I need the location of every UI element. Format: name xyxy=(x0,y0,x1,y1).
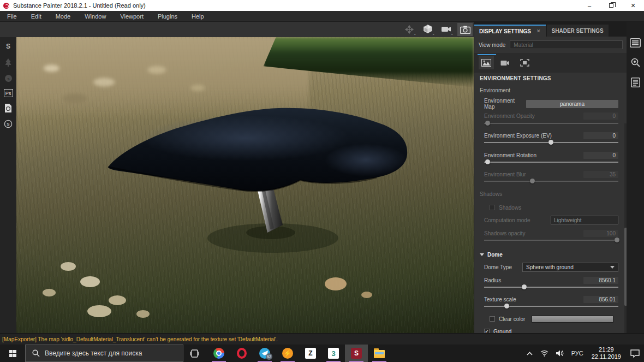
layers-list-icon[interactable] xyxy=(630,38,641,50)
3ds-max-icon[interactable]: 3 xyxy=(322,345,345,362)
opera-icon[interactable] xyxy=(230,345,253,362)
tab-shader-settings-label: SHADER SETTINGS xyxy=(552,28,604,34)
tab-shader-settings[interactable]: SHADER SETTINGS xyxy=(547,25,609,37)
log-bar: [MapExporter] The map 'sidlo_DefaultMate… xyxy=(0,333,644,345)
shadows-opacity-slider xyxy=(484,238,618,243)
tab-close-icon[interactable]: ✕ xyxy=(536,28,541,34)
photoshop-icon[interactable]: Ps xyxy=(4,89,13,97)
texture-scale-value[interactable]: 856.01 xyxy=(583,296,618,303)
substance-logo-icon[interactable]: S xyxy=(3,41,13,51)
search-placeholder: Введите здесь текст для поиска xyxy=(45,349,142,357)
environment-rotation-label: Environment Rotation xyxy=(484,152,536,158)
taskbar: Введите здесь текст для поиска 52 ⚡ Z 3 … xyxy=(0,345,644,362)
menu-window[interactable]: Window xyxy=(77,11,113,22)
dome-header-label: Dome xyxy=(487,252,503,258)
menu-edit[interactable]: Edit xyxy=(24,11,49,22)
resources-icon[interactable]: S xyxy=(3,119,13,129)
substance-painter-logo-icon xyxy=(3,3,9,9)
restore-button[interactable] xyxy=(600,0,622,11)
viewer-frame-icon[interactable] xyxy=(517,56,532,69)
computation-mode-field: Lightweight xyxy=(551,216,618,224)
environment-rotation-value[interactable]: 0 xyxy=(583,152,618,159)
tab-display-settings[interactable]: DISPLAY SETTINGS ✕ xyxy=(474,25,546,37)
shadows-opacity-value: 100 xyxy=(583,230,618,237)
sphere-plugin-icon[interactable]: s xyxy=(3,73,13,83)
menu-file[interactable]: File xyxy=(0,11,24,22)
taskbar-search-input[interactable]: Введите здесь текст для поиска xyxy=(25,345,183,362)
perspective-cube-icon[interactable]: ⌄ xyxy=(420,23,436,36)
restore-icon xyxy=(609,3,613,8)
texture-scale-slider[interactable] xyxy=(484,304,618,309)
radius-value[interactable]: 8560.1 xyxy=(583,277,618,284)
telegram-icon[interactable]: 52 xyxy=(253,345,276,362)
hidden-icons-chevron[interactable] xyxy=(523,345,536,362)
tab-display-settings-label: DISPLAY SETTINGS xyxy=(479,28,531,34)
menu-viewport[interactable]: Viewport xyxy=(113,11,151,22)
environment-exposure-value[interactable]: 0 xyxy=(583,132,618,139)
substance-painter-icon[interactable]: S xyxy=(345,345,368,362)
start-button[interactable] xyxy=(0,345,25,362)
view-mode-select[interactable]: Material xyxy=(510,40,623,49)
computation-mode-row: Computation mode Lightweight xyxy=(484,216,618,224)
environment-blur-label: Environment Blur xyxy=(484,171,526,177)
saddle-model xyxy=(16,37,474,333)
environment-exposure-row: Environment Exposure (EV) 0 xyxy=(484,131,618,140)
panel-tab-bar: DISPLAY SETTINGS ✕ SHADER SETTINGS xyxy=(474,22,627,37)
chevron-down-icon: ⌄ xyxy=(450,32,454,36)
windows-logo-icon xyxy=(9,350,16,357)
action-center-icon[interactable] xyxy=(625,345,644,362)
gizmo-icon[interactable]: ⌄ xyxy=(402,23,417,36)
left-plugin-toolbar: S s Ps S xyxy=(0,37,16,333)
chevron-down-icon: ⌄ xyxy=(432,32,435,36)
viewport-3d[interactable] xyxy=(16,37,474,333)
shadows-opacity-row: Shadows opacity 100 xyxy=(484,229,618,238)
texture-scale-row: Texture scale 856.01 xyxy=(484,295,618,304)
log-document-icon[interactable] xyxy=(631,78,640,90)
menu-plugins[interactable]: Plugins xyxy=(151,11,184,22)
right-dock-strip xyxy=(627,22,644,333)
radius-row: Radius 8560.1 xyxy=(484,276,618,284)
tree-plugin-icon[interactable] xyxy=(3,57,13,67)
telegram-badge: 52 xyxy=(266,353,272,360)
log-message: [MapExporter] The map 'sidlo_DefaultMate… xyxy=(0,336,278,342)
environment-opacity-value: 0 xyxy=(583,112,618,120)
taskbar-clock[interactable]: 21:29 22.11.2019 xyxy=(587,346,625,360)
clear-color-label: Clear color xyxy=(499,316,525,322)
environment-opacity-label: Environment Opacity xyxy=(484,113,535,119)
view-mode-icon-bar xyxy=(474,53,627,73)
display-settings-panel: DISPLAY SETTINGS ✕ SHADER SETTINGS View … xyxy=(474,22,627,333)
language-indicator[interactable]: РУС xyxy=(568,345,587,362)
volume-icon[interactable] xyxy=(552,345,568,362)
task-view-icon[interactable] xyxy=(183,345,205,362)
chevron-down-icon xyxy=(610,266,615,269)
inspect-zoom-icon[interactable] xyxy=(630,57,641,70)
environment-exposure-slider[interactable] xyxy=(484,140,618,145)
camera-view-icon[interactable]: ⌄ xyxy=(439,23,454,36)
menu-mode[interactable]: Mode xyxy=(49,11,78,22)
snapshot-camera-icon[interactable] xyxy=(457,23,473,36)
minimize-button[interactable]: – xyxy=(579,0,600,11)
menu-help[interactable]: Help xyxy=(184,11,211,22)
environment-rotation-slider[interactable] xyxy=(484,159,618,165)
dome-type-value: Sphere with ground xyxy=(526,264,574,270)
close-button[interactable]: ✕ xyxy=(622,0,644,11)
radius-slider[interactable] xyxy=(484,284,618,290)
document-export-icon[interactable] xyxy=(3,103,13,113)
flame-launcher-icon[interactable]: ⚡ xyxy=(276,345,299,362)
dome-type-select[interactable]: Sphere with ground xyxy=(522,263,618,272)
camera-display-icon[interactable] xyxy=(498,56,513,69)
dome-section-header[interactable]: Dome xyxy=(480,252,503,258)
chrome-icon[interactable] xyxy=(207,345,230,362)
wifi-icon[interactable] xyxy=(536,345,552,362)
clear-color-checkbox[interactable] xyxy=(490,316,495,322)
file-explorer-icon[interactable] xyxy=(368,345,391,362)
zbrush-icon[interactable]: Z xyxy=(299,345,322,362)
material-view-icon[interactable] xyxy=(479,56,494,69)
environment-settings-header: ENVIRONMENT SETTINGS xyxy=(480,75,551,81)
viewport-toolbar: ⌄ ⌄ ⌄ xyxy=(0,22,474,37)
environment-opacity-row: Environment Opacity 0 xyxy=(484,111,618,120)
environment-map-button[interactable]: panorama xyxy=(526,100,618,108)
environment-section-label: Environment xyxy=(480,87,510,93)
clear-color-swatch[interactable] xyxy=(532,316,613,323)
dome-type-row: Dome Type Sphere with ground xyxy=(484,263,618,271)
